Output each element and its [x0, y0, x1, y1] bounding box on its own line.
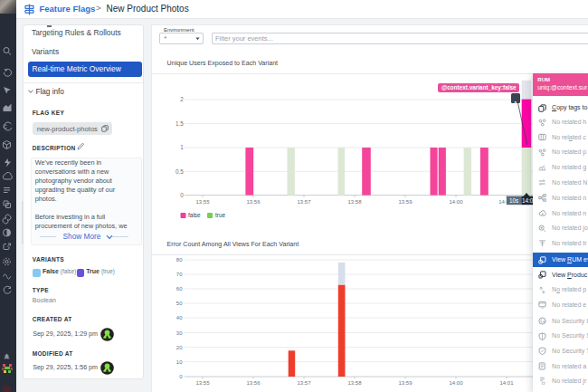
svg-text:50: 50	[176, 301, 183, 306]
svg-text:30: 30	[176, 330, 183, 336]
svg-text:false: false	[188, 212, 201, 218]
svg-text:14:01: 14:01	[499, 380, 514, 386]
svg-text:70: 70	[176, 272, 183, 277]
svg-text:13:57: 13:57	[297, 199, 311, 205]
svg-text:0.5: 0.5	[175, 168, 184, 175]
svg-text:10: 10	[176, 359, 183, 365]
svg-text:1.5: 1.5	[175, 120, 184, 127]
svg-text:14:00: 14:00	[449, 199, 463, 205]
svg-text:13:55: 13:55	[195, 199, 210, 205]
svg-text:13:58: 13:58	[347, 380, 362, 386]
svg-text:0: 0	[179, 374, 183, 379]
svg-text:0: 0	[180, 192, 184, 198]
svg-text:13:59: 13:59	[398, 380, 413, 386]
svg-text:13:58: 13:58	[347, 199, 362, 205]
svg-text:1: 1	[180, 144, 184, 150]
svg-text:13:57: 13:57	[297, 380, 311, 386]
svg-text:60: 60	[176, 286, 183, 292]
svg-text:80: 80	[176, 257, 183, 263]
svg-text:20: 20	[176, 345, 183, 350]
svg-text:2: 2	[180, 96, 184, 102]
svg-text:10s: 10s	[509, 197, 518, 204]
svg-text:13:56: 13:56	[246, 380, 261, 386]
svg-text:40: 40	[176, 315, 183, 320]
svg-text:13:59: 13:59	[398, 199, 413, 205]
svg-text:true: true	[215, 212, 226, 218]
svg-text:13:56: 13:56	[246, 199, 261, 205]
svg-text:13:55: 13:55	[195, 380, 210, 386]
svg-text:14:00: 14:00	[449, 380, 463, 386]
